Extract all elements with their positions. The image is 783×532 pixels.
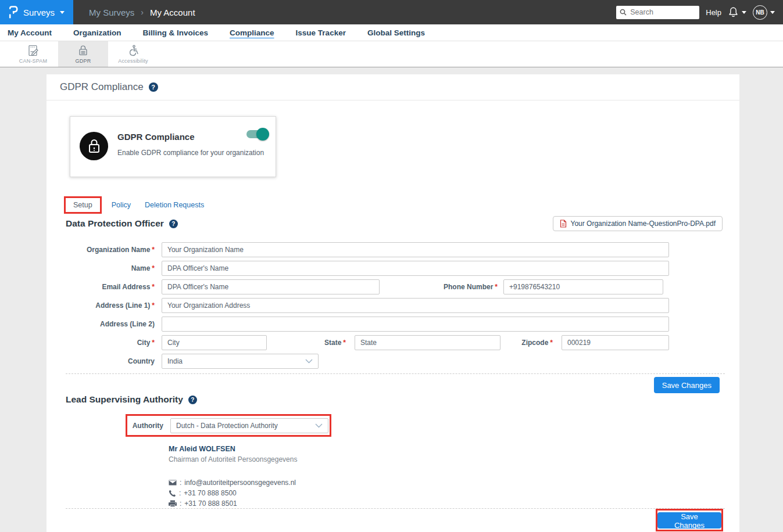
required-marker: * (343, 339, 346, 347)
authority-phone: +31 70 888 8500 (184, 489, 236, 497)
address2-label: Address (Line 2) (100, 320, 155, 328)
search-icon (620, 9, 627, 16)
lsa-heading: Lead Supervising Authority (66, 394, 183, 405)
breadcrumb: My Surveys › My Account (89, 8, 195, 17)
email-input[interactable] (162, 279, 380, 294)
contact-phone-row: : +31 70 888 8500 (169, 489, 297, 497)
compliance-icon-tabs: CAN-SPAM GDPR Accessibility (0, 41, 783, 67)
pdf-file-icon (560, 220, 567, 228)
form-row: Organization Name* (66, 242, 723, 257)
product-switcher[interactable]: Surveys (0, 0, 73, 24)
pdf-label: Your Organization Name-QuestionPro-DPA.p… (571, 220, 716, 228)
dpo-save-button[interactable]: Save Changes (654, 377, 720, 393)
dpa-pdf-button[interactable]: Your Organization Name-QuestionPro-DPA.p… (553, 216, 723, 231)
name-label: Name (131, 264, 151, 272)
email-label: Email Address (102, 283, 150, 291)
tab-label: CAN-SPAM (19, 58, 47, 64)
search-input[interactable] (629, 8, 696, 17)
dpo-form: Organization Name* Name* Email Address* … (66, 242, 723, 372)
phone-input[interactable] (503, 279, 663, 294)
tab-policy[interactable]: Policy (112, 201, 131, 209)
tab-gdpr[interactable]: GDPR (58, 41, 108, 67)
org-name-input[interactable] (162, 242, 669, 257)
page-header: GDPR Compliance ? (47, 74, 739, 100)
nav-organization[interactable]: Organization (73, 28, 121, 37)
country-value: India (167, 357, 183, 365)
required-marker: * (152, 264, 155, 272)
address1-label: Address (Line 1) (95, 301, 150, 310)
authority-label: Authority (128, 422, 170, 430)
nav-compliance[interactable]: Compliance (230, 28, 274, 37)
lock-icon (87, 138, 102, 154)
account-menu[interactable]: NB (753, 5, 775, 20)
lock-badge (80, 132, 108, 160)
gdpr-card-title: GDPR Compliance (117, 132, 195, 142)
search-box[interactable] (616, 6, 699, 19)
country-select[interactable]: India (162, 354, 319, 369)
form-row: Country India (66, 354, 723, 369)
chevron-down-icon (770, 11, 775, 14)
breadcrumb-my-surveys[interactable]: My Surveys (89, 8, 134, 17)
colon: : (180, 499, 181, 508)
zipcode-input[interactable] (562, 335, 669, 350)
help-icon[interactable]: ? (188, 396, 197, 404)
tab-deletion-requests[interactable]: Deletion Requests (145, 201, 204, 209)
form-row: Email Address* Phone Number* (66, 279, 723, 294)
form-row: Name* (66, 261, 723, 276)
city-input[interactable] (162, 335, 267, 350)
breadcrumb-my-account: My Account (150, 8, 195, 17)
name-input[interactable] (162, 261, 669, 276)
required-marker: * (152, 246, 155, 254)
authority-contact-lines: : info@autoriteitpersoonsgegevens.nl : +… (169, 479, 297, 508)
save-annotation-box: Save Changes (656, 509, 723, 531)
required-marker: * (495, 283, 498, 291)
chevron-down-icon (742, 11, 746, 14)
authority-email: info@autoriteitpersoonsgegevens.nl (184, 479, 296, 487)
form-row: City* State* Zipcode* (66, 335, 723, 350)
tab-can-spam[interactable]: CAN-SPAM (8, 41, 58, 67)
nav-issue-tracker[interactable]: Issue Tracker (296, 28, 346, 37)
address2-input[interactable] (162, 317, 669, 332)
authority-annotation-box: Authority Dutch - Data Protection Author… (126, 414, 331, 437)
colon: : (180, 479, 181, 487)
tab-accessibility[interactable]: Accessibility (108, 41, 158, 67)
envelope-icon (169, 480, 177, 486)
toggle-knob (256, 128, 269, 141)
tab-label: GDPR (76, 58, 91, 64)
gdpr-toggle[interactable] (246, 130, 267, 138)
contact-fax-row: : +31 70 888 8501 (169, 499, 297, 508)
account-nav: My Account Organization Billing & Invoic… (0, 24, 783, 41)
nav-my-account[interactable]: My Account (8, 28, 52, 37)
zipcode-label: Zipcode (521, 339, 548, 347)
page-title: GDPR Compliance (60, 81, 144, 93)
tab-label: Accessibility (118, 58, 148, 64)
lsa-section-header: Lead Supervising Authority ? (66, 394, 197, 405)
notifications-button[interactable] (728, 6, 746, 18)
phone-icon (169, 490, 176, 497)
org-name-label: Organization Name (87, 246, 150, 254)
required-marker: * (152, 301, 155, 310)
chevron-down-icon (315, 423, 323, 428)
address1-input[interactable] (162, 298, 669, 313)
authority-select[interactable]: Dutch - Data Protection Authority (170, 418, 328, 433)
contact-email-row: : info@autoriteitpersoonsgegevens.nl (169, 479, 297, 487)
topbar-actions: Help NB (616, 5, 783, 20)
authority-contact-title: Chairman of Autoriteit Persoonsgegevens (169, 455, 297, 463)
padlock-icon (77, 44, 90, 57)
gdpr-compliance-panel: GDPR Compliance ? GDPR Compliance Enable… (47, 74, 739, 532)
gdpr-subtabs: Setup Policy Deletion Requests (64, 196, 204, 214)
dpo-heading: Data Protection Officer (66, 218, 164, 229)
authority-contact-card: Mr Aleid WOLFSEN Chairman of Autoriteit … (169, 445, 297, 510)
tab-setup[interactable]: Setup (64, 196, 102, 214)
help-link[interactable]: Help (706, 8, 721, 17)
nav-global-settings[interactable]: Global Settings (367, 28, 425, 37)
help-icon[interactable]: ? (169, 220, 178, 228)
state-label: State (324, 339, 341, 347)
authority-value: Dutch - Data Protection Authority (176, 422, 278, 430)
chevron-down-icon (60, 11, 65, 14)
top-bar: Surveys My Surveys › My Account Help NB (0, 0, 783, 24)
state-input[interactable] (355, 335, 500, 350)
help-icon[interactable]: ? (149, 82, 158, 92)
nav-billing-invoices[interactable]: Billing & Invoices (143, 28, 209, 37)
lsa-save-button[interactable]: Save Changes (657, 512, 721, 529)
